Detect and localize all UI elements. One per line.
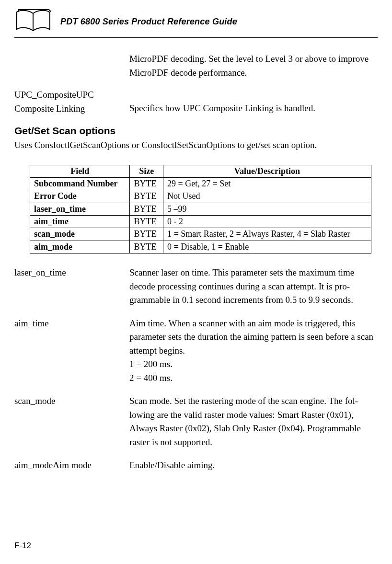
cell-value: Not Used xyxy=(163,190,371,203)
cell-size: BYTE xyxy=(130,241,163,253)
cell-value: 1 = Smart Raster, 2 = Always Raster, 4 =… xyxy=(163,228,371,241)
def-laser-on-time: laser_on_time Scanner laser on time. Thi… xyxy=(14,266,378,307)
table-row: scan_mode BYTE 1 = Smart Raster, 2 = Alw… xyxy=(30,228,371,241)
cell-size: BYTE xyxy=(130,203,163,215)
table-row: Error Code BYTE Not Used xyxy=(30,190,371,203)
upc-term-line2: Composite Linking xyxy=(14,104,85,114)
cell-field: aim_mode xyxy=(30,241,130,253)
cell-size: BYTE xyxy=(130,228,163,241)
page: PDT 6800 Series Product Reference Guide … xyxy=(0,0,392,564)
def-desc: Scanner laser on time. This parameter se… xyxy=(129,266,378,307)
cell-field: scan_mode xyxy=(30,228,130,241)
section-heading: Get/Set Scan options xyxy=(14,125,378,137)
th-field: Field xyxy=(30,165,130,177)
cell-size: BYTE xyxy=(130,216,163,228)
cell-value: 0 = Disable, 1 = Enable xyxy=(163,241,371,253)
upc-composite-row: UPC_CompositeUPC Composite Linking Speci… xyxy=(14,88,378,115)
scan-options-table: Field Size Value/Description Subcommand … xyxy=(30,165,371,254)
cell-field: Subcommand Number xyxy=(30,177,130,190)
upc-desc: Specifics how UPC Composite Linking is h… xyxy=(129,88,378,115)
def-term: scan_mode xyxy=(14,394,129,449)
table-header-row: Field Size Value/Description xyxy=(30,165,371,177)
cell-value: 29 = Get, 27 = Set xyxy=(163,177,371,190)
def-term: aim_modeAim mode xyxy=(14,459,129,472)
table-row: laser_on_time BYTE 5 –99 xyxy=(30,203,371,215)
table-row: aim_mode BYTE 0 = Disable, 1 = Enable xyxy=(30,241,371,253)
table-row: aim_time BYTE 0 - 2 xyxy=(30,216,371,228)
upc-term: UPC_CompositeUPC Composite Linking xyxy=(14,88,129,115)
header-title: PDT 6800 Series Product Reference Guide xyxy=(60,17,237,27)
cell-size: BYTE xyxy=(130,190,163,203)
section-intro: Uses ConsIoctlGetScanOptions or ConsIoct… xyxy=(14,138,378,152)
def-term: laser_on_time xyxy=(14,266,129,307)
table-row: Subcommand Number BYTE 29 = Get, 27 = Se… xyxy=(30,177,371,190)
def-aim-time: aim_time Aim time. When a scanner with a… xyxy=(14,317,378,385)
def-term: aim_time xyxy=(14,317,129,385)
def-desc: Enable/Disable aiming. xyxy=(129,459,378,472)
intro-paragraph: MicroPDF decoding. Set the level to Leve… xyxy=(129,52,378,80)
th-size: Size xyxy=(130,165,163,177)
cell-field: Error Code xyxy=(30,190,130,203)
def-scan-mode: scan_mode Scan mode. Set the rastering m… xyxy=(14,394,378,449)
page-number: F-12 xyxy=(14,541,31,551)
cell-value: 0 - 2 xyxy=(163,216,371,228)
cell-field: aim_time xyxy=(30,216,130,228)
def-desc: Scan mode. Set the rastering mode of the… xyxy=(129,394,378,449)
def-aim-mode: aim_modeAim mode Enable/Disable aiming. xyxy=(14,459,378,472)
page-header: PDT 6800 Series Product Reference Guide xyxy=(14,9,378,38)
th-value: Value/Description xyxy=(163,165,371,177)
def-desc: Aim time. When a scanner with an aim mod… xyxy=(129,317,378,385)
book-icon xyxy=(14,9,52,35)
cell-field: laser_on_time xyxy=(30,203,130,215)
cell-size: BYTE xyxy=(130,177,163,190)
upc-term-line1: UPC_CompositeUPC xyxy=(14,90,94,100)
cell-value: 5 –99 xyxy=(163,203,371,215)
